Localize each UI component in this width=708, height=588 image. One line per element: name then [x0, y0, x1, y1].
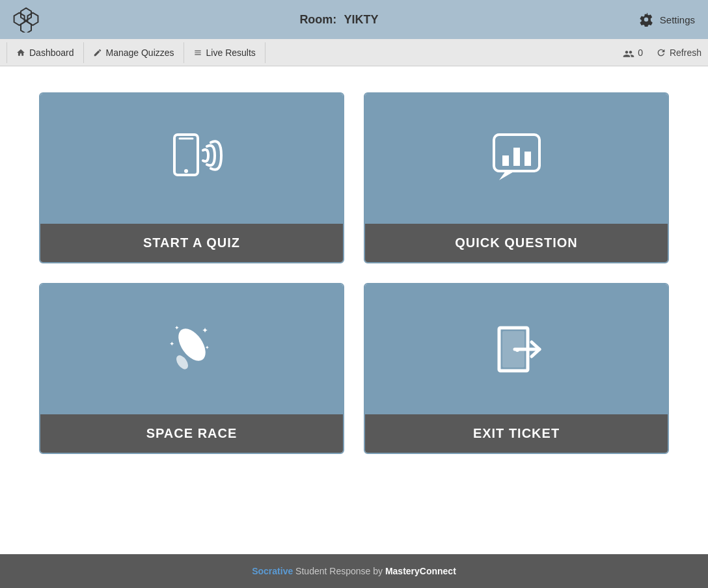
- home-icon: [16, 48, 25, 57]
- door-exit-icon: [481, 314, 552, 385]
- svg-point-21: [515, 348, 519, 352]
- card-quick-question-icon-area: [365, 94, 668, 224]
- tab-manage-quizzes-label: Manage Quizzes: [106, 47, 174, 58]
- card-quick-question-label: QUICK QUESTION: [365, 224, 668, 262]
- gear-icon: [639, 12, 653, 27]
- tab-live-results[interactable]: Live Results: [184, 42, 266, 63]
- svg-marker-8: [499, 171, 515, 180]
- footer-brand1: Socrative: [252, 566, 293, 576]
- tab-live-results-label: Live Results: [206, 47, 256, 58]
- svg-text:✦: ✦: [174, 325, 180, 331]
- card-start-a-quiz-icon-area: [40, 94, 343, 224]
- tab-dashboard-label: Dashboard: [29, 47, 74, 58]
- logo: [13, 7, 39, 33]
- card-quick-question[interactable]: QUICK QUESTION: [364, 92, 669, 263]
- svg-rect-9: [502, 155, 509, 166]
- room-code: YIKTY: [344, 13, 378, 26]
- refresh-icon: [656, 47, 666, 58]
- refresh-button[interactable]: Refresh: [656, 47, 701, 58]
- user-count: 0: [638, 47, 643, 58]
- phone-signal-icon: [156, 123, 228, 194]
- navbar-right: 0 Refresh: [623, 47, 701, 58]
- logo-icon: [13, 7, 39, 33]
- card-space-race-label: SPACE RACE: [40, 414, 343, 453]
- header: Room: YIKTY Settings: [0, 0, 708, 39]
- footer-brand2: MasteryConnect: [385, 566, 456, 576]
- people-icon: [623, 48, 634, 57]
- pencil-icon: [93, 48, 102, 57]
- card-exit-ticket[interactable]: EXIT TICKET: [364, 283, 669, 454]
- room-label: Room:: [299, 13, 336, 26]
- refresh-label: Refresh: [670, 47, 701, 58]
- main-content: START A QUIZ QUICK QUESTION: [0, 66, 708, 554]
- card-start-a-quiz[interactable]: START A QUIZ: [39, 92, 344, 263]
- footer: Socrative Student Response by MasteryCon…: [0, 554, 708, 588]
- footer-text1: Student Response by: [293, 566, 385, 576]
- card-space-race-icon-area: ✦ ✦ ✦ ✦: [40, 284, 343, 414]
- svg-rect-10: [513, 148, 520, 166]
- svg-text:✦: ✦: [205, 345, 210, 351]
- svg-text:✦: ✦: [202, 326, 208, 335]
- svg-point-13: [174, 353, 190, 371]
- svg-rect-11: [524, 152, 531, 166]
- svg-point-6: [184, 169, 188, 173]
- bars-icon: [193, 48, 202, 57]
- svg-rect-4: [174, 135, 198, 175]
- user-count-item: 0: [623, 47, 643, 58]
- tab-dashboard[interactable]: Dashboard: [7, 42, 84, 63]
- card-exit-ticket-icon-area: [365, 284, 668, 414]
- tab-manage-quizzes[interactable]: Manage Quizzes: [84, 42, 184, 63]
- chart-bubble-icon: [481, 123, 552, 194]
- settings-label: Settings: [660, 14, 695, 25]
- settings-button[interactable]: Settings: [639, 12, 695, 27]
- svg-text:✦: ✦: [169, 340, 174, 347]
- card-space-race[interactable]: ✦ ✦ ✦ ✦ SPACE RACE: [39, 283, 344, 454]
- card-exit-ticket-label: EXIT TICKET: [365, 414, 668, 453]
- cards-grid: START A QUIZ QUICK QUESTION: [39, 92, 669, 454]
- card-start-a-quiz-label: START A QUIZ: [40, 224, 343, 262]
- svg-marker-3: [21, 21, 31, 33]
- navbar: Dashboard Manage Quizzes Live Results 0 …: [0, 39, 708, 66]
- room-info: Room: YIKTY: [299, 13, 378, 27]
- rocket-icon: ✦ ✦ ✦ ✦: [156, 314, 228, 385]
